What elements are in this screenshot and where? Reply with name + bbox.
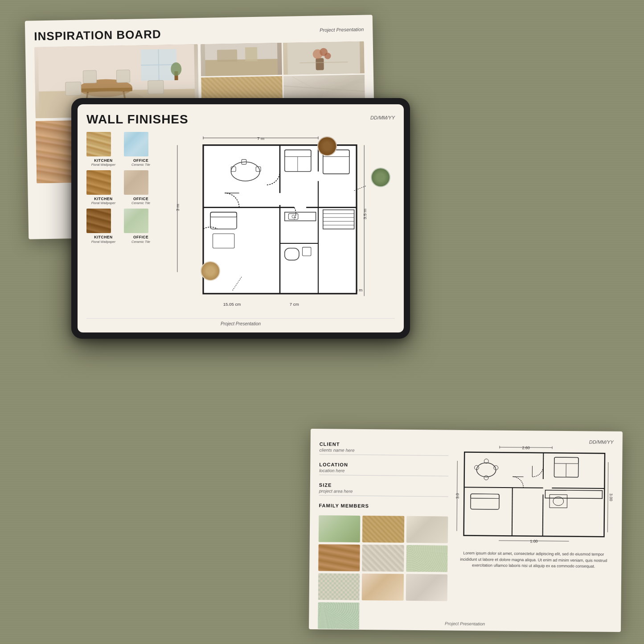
mat-onyx	[362, 574, 404, 601]
fp-location: LOCATION location here	[319, 462, 448, 476]
fp-location-value: location here	[319, 468, 448, 476]
swatch-k3-box	[86, 209, 111, 233]
svg-rect-9	[66, 82, 82, 96]
swatch-o3-label: OFFICE	[124, 235, 158, 239]
circle-swatch-brown	[317, 136, 337, 156]
swatches-panel: KITCHEN Floral Wallpaper OFFICE Ceramic …	[86, 132, 158, 316]
swatch-kitchen-3: KITCHEN Floral Wallpaper	[86, 209, 120, 243]
swatch-office-2: OFFICE Ceramic Tile	[124, 170, 158, 205]
fp-plan-svg: 2.60 3.0 3.00 1.00	[455, 443, 614, 546]
mat-pattern	[406, 545, 448, 572]
swatch-row-1: KITCHEN Floral Wallpaper OFFICE Ceramic …	[86, 132, 158, 167]
svg-rect-12	[116, 70, 130, 83]
swatch-k1-sublabel: Floral Wallpaper	[86, 163, 120, 167]
mat-floral	[319, 515, 361, 542]
svg-text:3.00: 3.00	[609, 493, 613, 501]
svg-rect-78	[545, 490, 602, 499]
tablet-date: DD/MM/YY	[370, 112, 395, 120]
fp-size-label: SIZE	[319, 482, 448, 489]
svg-line-26	[283, 85, 365, 93]
swatch-k3-sublabel: Floral Wallpaper	[86, 240, 120, 244]
svg-line-62	[512, 488, 513, 536]
tablet-footer: Project Presentation	[86, 318, 395, 326]
swatch-k3-label: KITCHEN	[86, 235, 120, 239]
svg-rect-65	[550, 495, 567, 508]
swatch-o2-sublabel: Ceramic Tile	[124, 201, 158, 205]
swatch-office-1: OFFICE Ceramic Tile	[124, 132, 158, 167]
svg-text:3 m: 3 m	[175, 204, 180, 211]
mat-mosaic	[318, 573, 360, 600]
inspiration-title: INSPIRATION BOARD	[34, 24, 364, 44]
fp-family: FAMILY MEMBERS	[319, 503, 448, 509]
svg-text:15.05 cm: 15.05 cm	[223, 302, 241, 307]
swatch-kitchen-2: KITCHEN Floral Wallpaper	[86, 170, 120, 205]
tablet-title: WALL FINISHES	[86, 112, 189, 127]
tablet-header: WALL FINISHES DD/MM/YY	[86, 112, 395, 127]
inspiration-subtitle: Project Presentation	[320, 27, 364, 33]
mat-tile	[362, 545, 404, 572]
svg-rect-16	[205, 59, 278, 76]
svg-line-58	[464, 487, 543, 488]
svg-line-61	[542, 495, 543, 536]
svg-line-72	[471, 498, 499, 499]
svg-rect-11	[83, 70, 96, 83]
slide-floorplan-bottom: DD/MM/YY CLIENT clients name here LOCATI…	[309, 429, 623, 632]
swatch-k2-box	[86, 170, 111, 195]
swatch-k1-label: KITCHEN	[86, 158, 120, 163]
swatch-o3-box	[124, 209, 148, 233]
swatch-row-2: KITCHEN Floral Wallpaper OFFICE Ceramic …	[86, 170, 158, 205]
swatch-k2-sublabel: Floral Wallpaper	[86, 201, 120, 205]
fp-content: CLIENT clients name here LOCATION locati…	[318, 441, 614, 628]
fp-location-label: LOCATION	[319, 462, 448, 468]
swatch-o1-box	[124, 132, 148, 156]
main-floorplan-svg: 7 m 6.7 m 3 m 3.5 m	[165, 132, 395, 316]
swatch-o3-sublabel: Ceramic Tile	[124, 240, 158, 244]
swatch-o1-label: OFFICE	[124, 158, 158, 163]
tablet-screen: WALL FINISHES DD/MM/YY KITCHEN Floral Wa…	[78, 104, 404, 332]
swatch-row-3: KITCHEN Floral Wallpaper OFFICE Ceramic …	[86, 209, 158, 243]
fp-family-label: FAMILY MEMBERS	[319, 503, 448, 509]
svg-rect-19	[245, 47, 258, 62]
svg-rect-57	[464, 452, 604, 537]
fp-lorem-text: Lorem ipsum dolor sit amet, consectetur …	[455, 550, 613, 570]
floorplan-svg-container: 7 m 6.7 m 3 m 3.5 m	[165, 132, 395, 316]
svg-rect-71	[471, 494, 499, 498]
svg-text:3.0: 3.0	[455, 493, 459, 498]
tablet: WALL FINISHES DD/MM/YY KITCHEN Floral Wa…	[71, 98, 410, 339]
svg-line-54	[607, 462, 608, 532]
svg-text:7 cm: 7 cm	[290, 302, 299, 307]
circle-swatch-green	[371, 168, 390, 187]
svg-point-77	[484, 476, 488, 480]
swatch-kitchen-1: KITCHEN Floral Wallpaper	[86, 132, 120, 167]
mat-jute	[362, 516, 404, 543]
svg-text:2.60: 2.60	[522, 446, 529, 450]
svg-text:3.5 m: 3.5 m	[362, 209, 367, 219]
fp-left: CLIENT clients name here LOCATION locati…	[318, 441, 448, 627]
fp-size: SIZE project area here	[319, 482, 448, 497]
fp-client: CLIENT clients name here	[319, 441, 448, 456]
svg-rect-18	[217, 49, 238, 62]
svg-text:7 m: 7 m	[257, 136, 264, 141]
insp-vase	[283, 41, 365, 75]
svg-rect-21	[316, 58, 324, 70]
fp-materials-row2	[318, 573, 447, 630]
fp-client-value: clients name here	[319, 447, 448, 456]
tablet-body: KITCHEN Floral Wallpaper OFFICE Ceramic …	[86, 132, 395, 316]
svg-rect-20	[287, 41, 361, 75]
svg-line-4	[141, 65, 176, 65]
floorplan-area: 7 m 6.7 m 3 m 3.5 m	[165, 132, 395, 316]
fp-client-label: CLIENT	[320, 441, 449, 448]
fp-materials-grid	[318, 515, 448, 572]
mat-damask	[318, 602, 360, 629]
fp-size-value: project area here	[319, 488, 448, 497]
svg-rect-10	[148, 80, 164, 94]
fp-right: 2.60 3.0 3.00 1.00	[454, 443, 614, 628]
svg-point-73	[476, 463, 496, 477]
mat-marble	[406, 516, 448, 543]
swatch-k2-label: KITCHEN	[86, 197, 120, 201]
swatch-k1-box	[86, 132, 111, 156]
mat-neutral	[406, 574, 447, 601]
swatch-o1-sublabel: Ceramic Tile	[124, 163, 158, 167]
mat-wood	[318, 544, 360, 571]
svg-line-59	[552, 488, 604, 488]
